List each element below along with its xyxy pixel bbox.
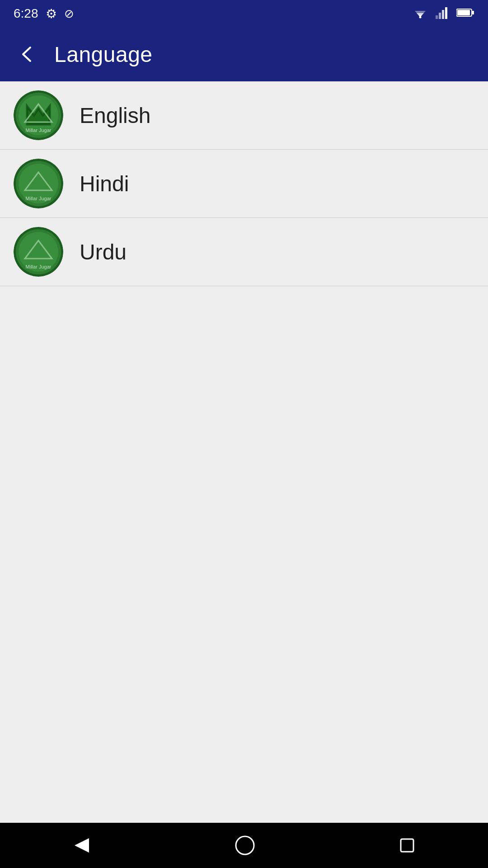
top-bar: Language [0, 27, 488, 81]
bottom-nav [0, 823, 488, 868]
language-item-english[interactable]: Millar Jugar English [0, 81, 488, 150]
nav-home-button[interactable] [228, 828, 262, 863]
language-item-hindi[interactable]: Millar Jugar Hindi [0, 150, 488, 218]
svg-text:Millar Jugar: Millar Jugar [26, 196, 52, 201]
svg-point-29 [236, 836, 254, 854]
signal-icon [436, 6, 449, 21]
svg-rect-10 [472, 11, 474, 14]
wifi-icon [412, 6, 428, 21]
status-bar: 6:28 ⚙ ⊘ [0, 0, 488, 27]
language-item-urdu[interactable]: Millar Jugar Urdu [0, 218, 488, 286]
back-button[interactable] [14, 41, 41, 68]
svg-marker-28 [75, 838, 89, 853]
svg-text:Millar Jugar: Millar Jugar [26, 264, 52, 269]
content-area: Millar Jugar English Millar Jugar Hindi [0, 81, 488, 823]
svg-rect-30 [401, 839, 413, 852]
svg-text:Millar Jugar: Millar Jugar [26, 127, 52, 133]
svg-rect-4 [436, 15, 438, 19]
svg-rect-5 [439, 13, 441, 19]
svg-rect-6 [442, 10, 444, 19]
page-title: Language [54, 42, 153, 67]
language-label-english: English [80, 103, 150, 128]
language-icon-urdu: Millar Jugar [14, 227, 63, 277]
status-right [412, 6, 474, 21]
language-icon-hindi: Millar Jugar [14, 159, 63, 208]
nav-back-button[interactable] [65, 828, 99, 863]
svg-rect-7 [445, 7, 447, 19]
settings-icon: ⚙ [46, 6, 57, 21]
status-left: 6:28 ⚙ ⊘ [14, 6, 74, 21]
language-icon-english: Millar Jugar [14, 90, 63, 140]
language-list: Millar Jugar English Millar Jugar Hindi [0, 81, 488, 286]
nav-recent-button[interactable] [391, 829, 423, 862]
battery-icon [456, 8, 474, 19]
svg-point-3 [419, 16, 422, 19]
status-time: 6:28 [14, 6, 38, 21]
svg-rect-9 [457, 10, 470, 15]
language-label-hindi: Hindi [80, 171, 129, 196]
blocked-icon: ⊘ [64, 7, 74, 21]
language-label-urdu: Urdu [80, 240, 127, 264]
